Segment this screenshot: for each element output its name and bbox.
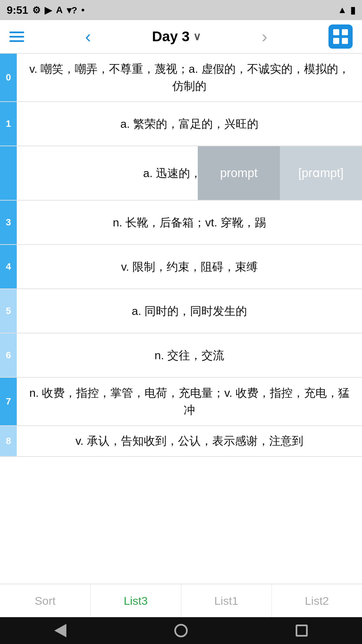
- system-nav-bar: [0, 617, 362, 644]
- word-index-5: 5: [0, 289, 17, 333]
- grid-icon: [333, 29, 349, 45]
- word-popup[interactable]: prompt [prɑmpt]: [198, 146, 362, 200]
- word-definition-4: v. 限制，约束，阻碍，束缚: [17, 245, 362, 288]
- bottom-tabs: Sort List3 List1 List2: [0, 584, 362, 617]
- word-index-4: 4: [0, 245, 17, 288]
- tab-sort[interactable]: Sort: [0, 584, 90, 617]
- word-definition-6: n. 交往，交流: [17, 333, 362, 377]
- word-row[interactable]: 1 a. 繁荣的，富足的，兴旺的: [0, 102, 362, 146]
- word-row[interactable]: 5 a. 同时的，同时发生的: [0, 289, 362, 333]
- word-row[interactable]: 8 v. 承认，告知收到，公认，表示感谢，注意到: [0, 426, 362, 457]
- recent-icon: [296, 625, 308, 637]
- forward-button[interactable]: ›: [258, 26, 271, 47]
- hamburger-menu[interactable]: [9, 32, 24, 42]
- status-bar-left: 9:51 ⚙ ▶ A ▾? •: [7, 4, 84, 16]
- popup-phonetic[interactable]: [prɑmpt]: [280, 146, 362, 200]
- status-bar-right: ▲ ▮: [338, 5, 355, 16]
- svg-rect-2: [333, 38, 339, 44]
- word-row[interactable]: 3 n. 长靴，后备箱；vt. 穿靴，踢: [0, 201, 362, 245]
- word-definition-0: v. 嘲笑，嘲弄，不尊重，蔑视；a. 虚假的，不诚实的，模拟的，仿制的: [17, 54, 362, 101]
- word-definition-5: a. 同时的，同时发生的: [17, 289, 362, 333]
- word-row[interactable]: 6 n. 交往，交流: [0, 333, 362, 378]
- battery-icon: ▮: [350, 5, 355, 16]
- word-row[interactable]: 7 n. 收费，指控，掌管，电荷，充电量；v. 收费，指控，充电，猛冲: [0, 378, 362, 426]
- tab-list2[interactable]: List2: [272, 584, 362, 617]
- word-index-7: 7: [0, 378, 17, 425]
- dot-icon: •: [81, 5, 84, 15]
- word-definition-3: n. 长靴，后备箱；vt. 穿靴，踢: [17, 201, 362, 244]
- popup-word[interactable]: prompt: [198, 146, 280, 200]
- tab-list3-label: List3: [124, 594, 148, 607]
- nav-title: Day 3 ∨: [152, 29, 200, 45]
- home-icon: [174, 624, 188, 637]
- word-row[interactable]: a. 迅速的，及时的 prompt [prɑmpt]: [0, 146, 362, 201]
- sys-recent-button[interactable]: [292, 621, 312, 641]
- tab-list1[interactable]: List1: [181, 584, 272, 617]
- tab-sort-label: Sort: [35, 594, 55, 607]
- svg-rect-3: [342, 38, 348, 44]
- word-index-3: 3: [0, 201, 17, 244]
- word-row[interactable]: 0 v. 嘲笑，嘲弄，不尊重，蔑视；a. 虚假的，不诚实的，模拟的，仿制的: [0, 54, 362, 102]
- back-icon: [54, 624, 66, 637]
- word-index-6: 6: [0, 333, 17, 377]
- word-definition-8: v. 承认，告知收到，公认，表示感谢，注意到: [17, 426, 362, 456]
- nav-bar: ‹ Day 3 ∨ ›: [0, 20, 362, 54]
- sys-back-button[interactable]: [50, 621, 70, 641]
- word-index-8: 8: [0, 426, 17, 456]
- grid-view-button[interactable]: [328, 24, 353, 49]
- tab-list1-label: List1: [214, 594, 238, 607]
- word-index-2: [0, 146, 17, 200]
- word-definition-1: a. 繁荣的，富足的，兴旺的: [17, 102, 362, 146]
- settings-icon: ⚙: [32, 5, 41, 16]
- font-icon: A: [56, 5, 63, 15]
- day-title: Day 3: [152, 29, 189, 45]
- status-bar: 9:51 ⚙ ▶ A ▾? • ▲ ▮: [0, 0, 362, 20]
- sys-home-button[interactable]: [171, 621, 191, 641]
- back-button[interactable]: ‹: [82, 26, 94, 47]
- tab-list2-label: List2: [305, 594, 329, 607]
- word-row[interactable]: 4 v. 限制，约束，阻碍，束缚: [0, 245, 362, 289]
- word-definition-7: n. 收费，指控，掌管，电荷，充电量；v. 收费，指控，充电，猛冲: [17, 378, 362, 425]
- status-time: 9:51: [7, 4, 28, 16]
- play-icon: ▶: [45, 5, 52, 16]
- svg-rect-1: [342, 29, 348, 35]
- chevron-down-icon[interactable]: ∨: [193, 30, 201, 43]
- signal-icon: ▲: [338, 5, 347, 15]
- tab-list3[interactable]: List3: [90, 584, 181, 617]
- word-index-0: 0: [0, 54, 17, 101]
- word-list: 0 v. 嘲笑，嘲弄，不尊重，蔑视；a. 虚假的，不诚实的，模拟的，仿制的 1 …: [0, 54, 362, 457]
- wifi-icon: ▾?: [67, 5, 77, 16]
- svg-rect-0: [333, 29, 339, 35]
- word-index-1: 1: [0, 102, 17, 146]
